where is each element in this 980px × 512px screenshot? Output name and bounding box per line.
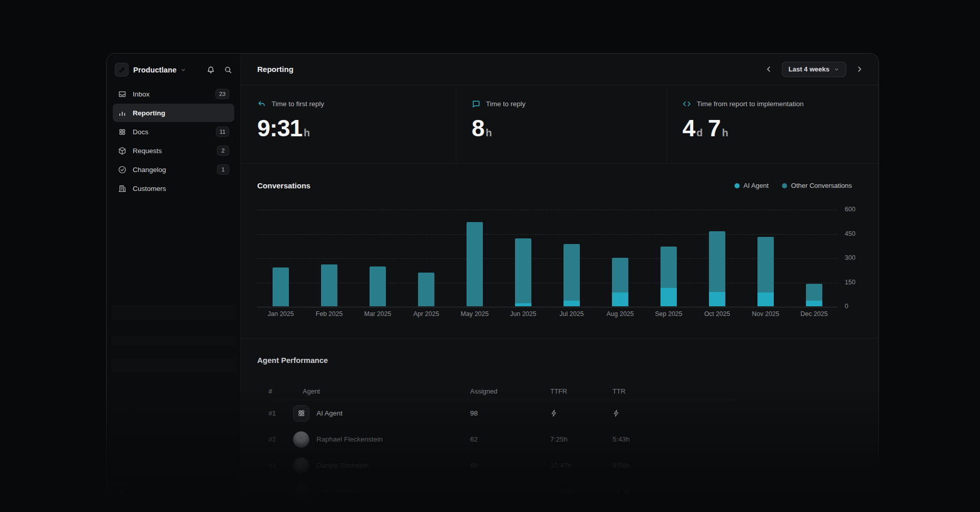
table-row[interactable]: #1AI Agent98 [268, 400, 738, 426]
code-icon [682, 100, 691, 108]
bar-apr-2025[interactable] [418, 273, 434, 307]
column-header-assigned: Assigned [470, 387, 550, 395]
bar-jan-2025[interactable] [273, 267, 289, 306]
user-avatar [293, 457, 309, 474]
column-header-ttfr: TTFR [550, 387, 612, 395]
legend-label: Other Conversations [791, 182, 852, 189]
bar-segment-other [515, 238, 531, 303]
bar-segment-ai [757, 292, 774, 306]
rank-cell: #1 [268, 409, 293, 417]
main-content: Reporting Last 4 weeks Time to first rep… [241, 54, 878, 512]
bar-mar-2025[interactable] [370, 266, 386, 306]
sidebar-item-label: Reporting [133, 109, 165, 117]
x-axis-label: Mar 2025 [355, 310, 401, 318]
gridline [257, 234, 838, 235]
metric-value: 9:31h [257, 114, 456, 142]
metric-label: Time from report to implementation [697, 100, 804, 108]
sidebar-item-changelog[interactable]: Changelog1 [113, 160, 234, 179]
agent-cell: Raphael Fleckenstein [293, 431, 470, 448]
bar-segment-other [273, 267, 289, 306]
search-icon[interactable] [224, 66, 232, 74]
conversations-title: Conversations [257, 181, 310, 190]
ttr-cell [612, 409, 738, 417]
legend-label: AI Agent [744, 182, 769, 189]
agent-name: AI Agent [316, 409, 342, 417]
ai-agent-avatar [293, 405, 309, 422]
bar-feb-2025[interactable] [321, 264, 337, 306]
sidebar: Productlane Inbox23ReportingDocs11Reques… [107, 54, 241, 512]
range-selector-label: Last 4 weeks [789, 65, 829, 73]
sidebar-badge: 2 [217, 145, 229, 156]
sidebar-item-customers[interactable]: Customers [113, 179, 234, 198]
sidebar-skeleton-band [111, 305, 236, 321]
table-row[interactable]: #4Ciro Palmieri2312:56h1d 2h [268, 478, 738, 504]
bar-segment-other [564, 244, 580, 301]
bar-jun-2025[interactable] [515, 238, 531, 306]
table-row[interactable]: #3Danylo Shchepin6010:47h6:08h [268, 452, 738, 478]
gridline [257, 307, 838, 307]
rank-cell: #3 [268, 461, 293, 469]
bar-segment-other [709, 231, 725, 292]
gridline [257, 283, 838, 283]
ttr-cell: 6:08h [612, 461, 738, 469]
workspace-chevron-down-icon[interactable] [180, 67, 186, 73]
bar-sep-2025[interactable] [660, 247, 677, 306]
sidebar-skeleton-band [111, 359, 236, 372]
column-header-ttr: TTR [612, 387, 738, 395]
sidebar-badge: 23 [215, 89, 229, 99]
ttr-cell: 5:43h [612, 435, 738, 443]
table-row[interactable]: #2Raphael Fleckenstein627:25h5:43h [268, 426, 738, 452]
sidebar-item-label: Changelog [133, 166, 166, 174]
user-avatar [293, 431, 309, 448]
bar-jul-2025[interactable] [564, 244, 580, 306]
agent-name: Danylo Shchepin [316, 461, 369, 469]
sidebar-item-docs[interactable]: Docs11 [113, 123, 234, 141]
bar-oct-2025[interactable] [709, 231, 725, 306]
metrics-row: Time to first reply9:31hTime to reply8hT… [241, 85, 878, 164]
range-prev-button[interactable] [763, 63, 775, 75]
sidebar-item-label: Customers [133, 185, 166, 192]
agent-performance-table: #AgentAssignedTTFRTTR #1AI Agent98#2Raph… [268, 383, 738, 504]
y-axis-label: 300 [845, 254, 867, 261]
column-header-rank: # [268, 387, 293, 395]
bar-segment-ai [709, 292, 725, 307]
sidebar-item-label: Docs [133, 128, 149, 136]
chart-legend: AI AgentOther Conversations [734, 182, 852, 189]
help-button[interactable]: ? [112, 483, 133, 505]
bar-dec-2025[interactable] [806, 284, 822, 306]
bar-segment-ai [564, 301, 580, 306]
metric-label: Time to first reply [272, 100, 324, 108]
metric-label: Time to reply [486, 100, 526, 108]
sidebar-item-reporting[interactable]: Reporting [113, 104, 234, 122]
bar-segment-other [467, 222, 483, 306]
y-axis-label: 600 [845, 206, 867, 213]
chevron-down-icon [834, 66, 840, 72]
x-axis-label: Feb 2025 [306, 310, 352, 318]
sidebar-badge: 1 [217, 164, 229, 175]
assigned-cell: 60 [470, 461, 550, 469]
range-selector-dropdown[interactable]: Last 4 weeks [782, 62, 846, 77]
bar-segment-ai [806, 301, 822, 306]
ttr-cell: 1d 2h [612, 487, 738, 495]
cube-icon [118, 147, 127, 155]
ttfr-cell: 7:25h [550, 435, 612, 443]
bar-aug-2025[interactable] [612, 258, 628, 306]
bar-segment-ai [612, 292, 628, 306]
sidebar-nav: Inbox23ReportingDocs11Requests2Changelog… [113, 85, 234, 198]
sidebar-item-requests[interactable]: Requests2 [113, 141, 234, 160]
x-axis-label: Jul 2025 [549, 310, 595, 318]
range-next-button[interactable] [853, 63, 865, 75]
x-axis-label: May 2025 [452, 310, 498, 318]
legend-item: AI Agent [734, 182, 769, 189]
conversations-section: Conversations AI AgentOther Conversation… [241, 164, 878, 338]
sidebar-item-label: Inbox [133, 90, 150, 98]
bar-segment-other [418, 273, 434, 307]
agent-cell: AI Agent [293, 405, 470, 422]
workspace-name[interactable]: Productlane [133, 66, 177, 74]
conversations-chart: 0150300450600Jan 2025Feb 2025Mar 2025Apr… [257, 210, 838, 307]
bar-may-2025[interactable] [467, 222, 483, 306]
bar-segment-ai [515, 303, 531, 306]
sidebar-item-inbox[interactable]: Inbox23 [113, 85, 234, 103]
bar-nov-2025[interactable] [757, 237, 774, 306]
notifications-bell-icon[interactable] [207, 66, 215, 74]
